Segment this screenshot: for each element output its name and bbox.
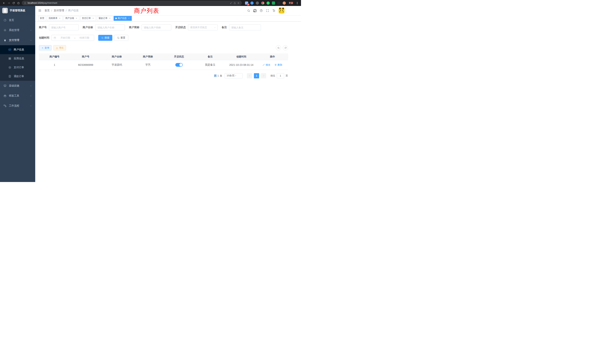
- bookmark-star-icon[interactable]: [237, 2, 240, 4]
- sidebar-item-merchant-info[interactable]: 商户信息: [0, 45, 35, 54]
- tab-refund-order[interactable]: 退款订单: [97, 16, 113, 21]
- sidebar-item-label: 工作流程: [9, 104, 19, 107]
- password-key-icon[interactable]: [230, 2, 232, 4]
- merchant-no-input[interactable]: [49, 24, 79, 30]
- sidebar-item-app-info[interactable]: 应用信息: [0, 54, 35, 63]
- chevron-down-icon: [30, 105, 32, 107]
- form-item-remark: 备注: [222, 24, 261, 30]
- reset-button[interactable]: 重置: [114, 35, 128, 41]
- sidebar-item-home[interactable]: 首页: [0, 15, 35, 25]
- prev-page-button[interactable]: [247, 73, 252, 78]
- sidebar-item-label: 退款订单: [14, 75, 24, 78]
- delete-link[interactable]: 删除: [275, 63, 282, 66]
- status-select[interactable]: 请选择开启状态: [188, 24, 218, 30]
- fullscreen-icon[interactable]: [266, 9, 269, 12]
- page-size-select[interactable]: 10条/页: [225, 73, 243, 78]
- edit-link[interactable]: 修改: [263, 63, 270, 66]
- user-avatar-menu[interactable]: [279, 8, 287, 13]
- field-label: 创建时间: [39, 36, 52, 40]
- browser-chrome: localhost:1024/pay/merchant 10 更新: [0, 0, 301, 6]
- extension-icon[interactable]: [250, 1, 254, 5]
- user-avatar: [279, 8, 284, 13]
- create-time-range-picker[interactable]: 开始日期 - 结束日期: [52, 35, 94, 41]
- toggle-search-button[interactable]: [276, 45, 281, 50]
- extension-icon[interactable]: [267, 1, 270, 5]
- payment-submenu: 商户信息 应用信息 支付订单: [0, 45, 35, 81]
- tab-pay-order[interactable]: 支付订单: [80, 16, 96, 21]
- extension-icon[interactable]: [256, 1, 259, 5]
- extension-icon[interactable]: [272, 1, 275, 5]
- breadcrumb-current: 商户信息: [68, 9, 79, 12]
- browser-forward-icon[interactable]: [6, 0, 11, 5]
- sidebar-toggle-icon[interactable]: [38, 9, 42, 12]
- close-icon[interactable]: [75, 17, 78, 20]
- sidebar-item-label: 支付管理: [9, 39, 19, 42]
- sidebar-item-payment[interactable]: ¥ 支付管理: [0, 35, 35, 45]
- browser-back-icon[interactable]: [1, 0, 6, 5]
- tab-merchant-info[interactable]: 商户信息: [114, 16, 132, 21]
- browser-profile-avatar[interactable]: [283, 1, 286, 5]
- github-icon[interactable]: [253, 9, 257, 12]
- export-button[interactable]: 导出: [53, 45, 66, 50]
- url-path: /pay/merchant: [43, 2, 57, 4]
- app-logo[interactable]: 芋道管理系统: [0, 6, 35, 15]
- browser-reload-icon[interactable]: [11, 0, 16, 5]
- close-icon[interactable]: [58, 17, 61, 20]
- close-icon[interactable]: [92, 17, 94, 20]
- tab-label: 首页: [40, 17, 44, 20]
- breadcrumb-payment[interactable]: 支付管理: [54, 9, 64, 12]
- help-icon[interactable]: [260, 9, 263, 12]
- refresh-icon: [284, 47, 287, 49]
- address-bar[interactable]: localhost:1024/pay/merchant: [22, 1, 242, 5]
- site-info-icon[interactable]: [24, 2, 26, 4]
- add-button[interactable]: 新增: [39, 45, 52, 50]
- tab-process-form[interactable]: 流程表单: [47, 16, 63, 21]
- breadcrumb-home[interactable]: 首页: [44, 9, 50, 12]
- remark-input[interactable]: [229, 24, 261, 30]
- share-icon[interactable]: [234, 2, 236, 4]
- browser-home-icon[interactable]: [16, 0, 21, 5]
- tab-user-group[interactable]: 用户分组: [64, 16, 79, 21]
- extension-icon[interactable]: [277, 1, 280, 5]
- sidebar-item-dev-tools[interactable]: 研发工具: [0, 91, 35, 101]
- col-status: 开启状态: [163, 53, 195, 60]
- goto-page-input[interactable]: [277, 73, 284, 78]
- chrome-update-button[interactable]: 更新: [287, 1, 295, 5]
- next-page-button[interactable]: [261, 73, 266, 78]
- sidebar-item-pay-order[interactable]: 支付订单: [0, 63, 35, 72]
- col-merchant-no: 商户号: [70, 53, 101, 60]
- search-icon[interactable]: [247, 9, 250, 12]
- tab-label: 支付订单: [82, 17, 91, 20]
- close-icon[interactable]: [128, 17, 130, 20]
- table-header-row: 商户编号 商户号 商户全称 商户简称 开启状态 备注 创建时间 操作: [39, 53, 288, 60]
- total-suffix: 条: [220, 74, 222, 77]
- font-size-icon[interactable]: [272, 9, 275, 12]
- cell-status: [163, 60, 195, 70]
- sidebar-item-refund-order[interactable]: 退款订单: [0, 72, 35, 81]
- edit-label: 修改: [266, 63, 270, 66]
- col-create-time: 创建时间: [226, 53, 257, 60]
- navbar-actions: [247, 8, 287, 13]
- sidebar-item-workflow[interactable]: 工作流程: [0, 101, 35, 111]
- search-form-row-2: 创建时间 开始日期 - 结束日期 搜索 重置: [39, 35, 288, 41]
- tab-home[interactable]: 首页: [38, 16, 46, 21]
- merchant-short-input[interactable]: [142, 24, 171, 30]
- start-date-placeholder: 开始日期: [58, 36, 73, 40]
- search-button[interactable]: 搜索: [98, 35, 112, 41]
- sidebar-item-infrastructure[interactable]: 基础设施: [0, 81, 35, 91]
- pagination-total: 共 1 条: [214, 74, 222, 77]
- refresh-table-button[interactable]: [283, 45, 288, 50]
- page-number-1[interactable]: 1: [254, 73, 259, 78]
- cell-actions: 修改 删除: [257, 60, 288, 70]
- status-switch[interactable]: [175, 63, 183, 67]
- close-icon[interactable]: [108, 17, 111, 20]
- browser-menu-icon[interactable]: [295, 0, 300, 5]
- merchant-name-input[interactable]: [95, 24, 125, 30]
- add-button-label: 新增: [45, 46, 49, 50]
- download-icon: [56, 47, 58, 49]
- extension-icon[interactable]: 10: [245, 1, 248, 5]
- tab-label: 商户信息: [118, 17, 127, 20]
- sidebar-item-system[interactable]: 系统管理: [0, 25, 35, 35]
- form-item-create-time: 创建时间 开始日期 - 结束日期: [39, 35, 94, 41]
- extension-icon[interactable]: [261, 1, 264, 5]
